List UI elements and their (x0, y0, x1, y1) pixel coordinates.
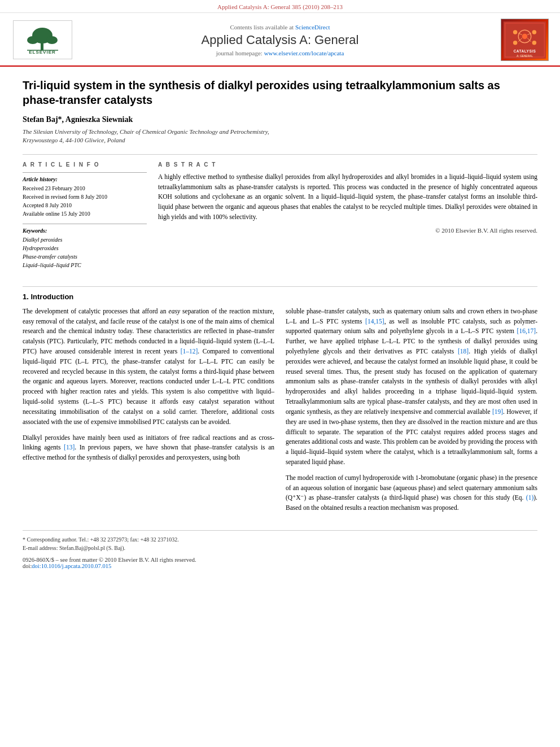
affiliation-line1: The Silesian University of Technology, C… (23, 128, 269, 135)
page-wrapper: Applied Catalysis A: General 385 (2010) … (0, 0, 560, 747)
journal-title: Applied Catalysis A: General (73, 33, 487, 47)
science-direct-text: Contents lists available at (230, 24, 294, 30)
divider-1 (23, 154, 537, 155)
intro-para-3: soluble phase–transfer catalysts, such a… (286, 307, 537, 468)
citation-1-12[interactable]: [1–12] (181, 348, 198, 355)
issn-text: 0926-860X/$ – see front matter © 2010 El… (23, 557, 537, 563)
intro-para-2: Dialkyl peroxides have mainly been used … (23, 433, 274, 463)
intro-para-4: The model reaction of cumyl hydroperoxid… (286, 473, 537, 513)
journal-header: ELSEVIER Contents lists available at Sci… (0, 13, 560, 67)
keyword-4: Liquid–liquid–liquid PTC (23, 261, 147, 269)
journal-homepage: journal homepage: www.elsevier.com/locat… (73, 50, 487, 56)
elsevier-logo-box: ELSEVIER (13, 20, 72, 59)
catalysis-svg: CATALYSIS A: GENERAL (504, 20, 546, 60)
abstract-header: A B S T R A C T (158, 161, 537, 168)
svg-rect-7 (504, 21, 546, 59)
doi-text: doi:doi:10.1016/j.apcata.2010.07.015 (23, 563, 537, 569)
received-date: Received 23 February 2010 (23, 185, 147, 193)
doi-link[interactable]: doi:10.1016/j.apcata.2010.07.015 (32, 563, 111, 569)
journal-header-center: Contents lists available at ScienceDirec… (73, 24, 487, 56)
footnote-email: E-mail address: Stefan.Baj@polsl.pl (S. … (23, 544, 537, 552)
article-title: Tri-liquid system in the synthesis of di… (23, 78, 537, 107)
svg-point-13 (513, 40, 518, 45)
elsevier-svg: ELSEVIER (16, 23, 69, 54)
svg-text:A: GENERAL: A: GENERAL (517, 55, 533, 58)
affiliation-line2: Krzywoustego 4, 44-100 Gliwice, Poland (23, 137, 125, 143)
science-direct-link[interactable]: ScienceDirect (295, 24, 330, 30)
revised-date: Received in revised form 8 July 2010 (23, 193, 147, 201)
citation-16-17[interactable]: [16,17] (517, 327, 536, 334)
article-info-col: A R T I C L E I N F O Article history: R… (23, 161, 147, 275)
history-label: Article history: (23, 176, 147, 182)
footnote-contact: * Corresponding author. Tel.: +48 32 237… (23, 535, 537, 544)
abstract-text: A highly effective method to synthesise … (158, 172, 537, 222)
svg-point-3 (27, 36, 38, 44)
available-date: Available online 15 July 2010 (23, 210, 147, 218)
info-abstract-section: A R T I C L E I N F O Article history: R… (23, 161, 537, 275)
doi-label: doi: (23, 563, 32, 569)
homepage-url[interactable]: www.elsevier.com/locate/apcata (264, 50, 344, 56)
body-two-col: The development of catalytic processes t… (23, 307, 537, 519)
keyword-2: Hydroperoxides (23, 244, 147, 252)
svg-point-4 (46, 36, 58, 44)
elsevier-logo: ELSEVIER (11, 20, 73, 59)
svg-point-12 (532, 30, 537, 34)
svg-point-14 (532, 40, 537, 45)
science-direct-info: Contents lists available at ScienceDirec… (73, 24, 487, 30)
keyword-3: Phase-transfer catalysts (23, 253, 147, 261)
footnote-email-text: E-mail address: Stefan.Baj@polsl.pl (S. … (23, 545, 125, 551)
citation-19[interactable]: [19] (492, 408, 503, 415)
keywords-label: Keywords: (23, 228, 147, 234)
footer-ids: 0926-860X/$ – see front matter © 2010 El… (23, 557, 537, 569)
journal-reference: Applied Catalysis A: General 385 (2010) … (217, 3, 343, 10)
footnote-star-text: * Corresponding author. Tel.: +48 32 237… (23, 536, 179, 543)
keyword-1: Dialkyl peroxides (23, 236, 147, 244)
citation-18[interactable]: [18] (458, 348, 469, 355)
abstract-copyright: © 2010 Elsevier B.V. All rights reserved… (158, 227, 537, 234)
authors: Stefan Baj*, Agnieszka Siewniak (23, 115, 537, 124)
divider-2 (23, 286, 537, 287)
authors-text: Stefan Baj*, Agnieszka Siewniak (23, 115, 133, 124)
svg-point-11 (513, 30, 518, 34)
citation-14-15[interactable]: [14,15] (365, 318, 384, 325)
catalysis-logo: CATALYSIS A: GENERAL (501, 19, 549, 61)
homepage-label: journal homepage: (216, 50, 262, 56)
catalysis-logo-area: CATALYSIS A: GENERAL (487, 19, 549, 61)
citation-eq1[interactable]: (1) (526, 494, 533, 501)
accepted-date: Accepted 8 July 2010 (23, 202, 147, 209)
article-content: Tri-liquid system in the synthesis of di… (0, 67, 560, 580)
svg-text:ELSEVIER: ELSEVIER (29, 50, 56, 54)
citation-13[interactable]: [13] (64, 444, 75, 451)
body-col-left: The development of catalytic processes t… (23, 307, 274, 519)
article-footer: * Corresponding author. Tel.: +48 32 237… (23, 530, 537, 569)
elsevier-logo-area: ELSEVIER (11, 20, 73, 59)
svg-point-10 (522, 33, 527, 38)
top-reference-bar: Applied Catalysis A: General 385 (2010) … (0, 0, 560, 13)
keywords-section: Keywords: Dialkyl peroxides Hydroperoxid… (23, 224, 147, 269)
body-col-right: soluble phase–transfer catalysts, such a… (286, 307, 537, 519)
intro-heading: 1. Introduction (23, 292, 537, 301)
svg-text:CATALYSIS: CATALYSIS (514, 49, 536, 53)
affiliation: The Silesian University of Technology, C… (23, 128, 537, 145)
intro-para-1: The development of catalytic processes t… (23, 307, 274, 427)
article-history: Article history: Received 23 February 20… (23, 172, 147, 218)
abstract-col: A B S T R A C T A highly effective metho… (158, 161, 537, 275)
article-info-header: A R T I C L E I N F O (23, 161, 147, 168)
